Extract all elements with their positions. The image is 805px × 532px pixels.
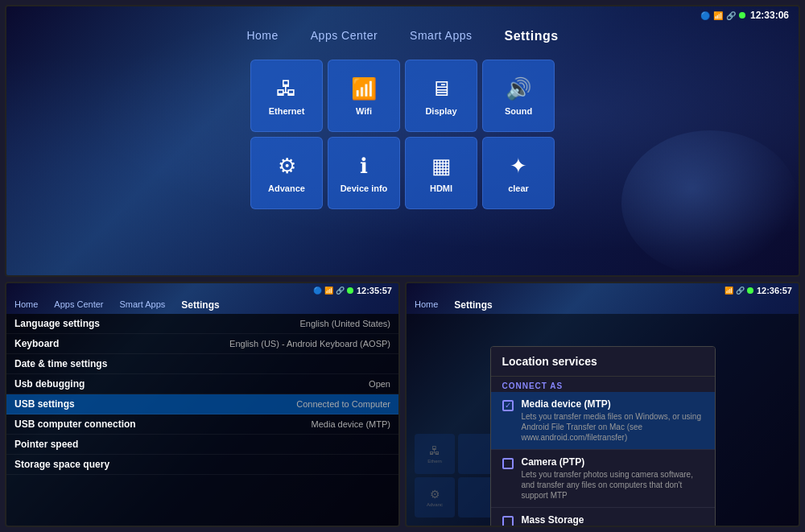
settings-grid: 🖧 Ethernet 📶 Wifi 🖥 Display 🔊 Sound ⚙ Ad… (250, 60, 555, 209)
settings-list: Language settings English (United States… (6, 314, 398, 526)
nav-home[interactable]: Home (246, 29, 278, 43)
tile-advance[interactable]: ⚙ Advance (250, 137, 323, 209)
background-planet (621, 130, 799, 275)
usb-settings-value: Connected to Computer (296, 399, 390, 409)
tile-sound[interactable]: 🔊 Sound (482, 60, 555, 132)
tile-clear-label: clear (508, 184, 529, 193)
list-item-keyboard[interactable]: Keyboard English (US) - Android Keyboard… (6, 334, 398, 354)
list-item-usb-connection[interactable]: USB computer connection Media device (MT… (6, 414, 398, 435)
dialog-section-label: CONNECT AS (491, 377, 715, 392)
bottom-right-time: 12:36:57 (757, 286, 792, 295)
dialog-option-mass-storage[interactable]: Mass Storage Use Mass Storage to share f… (491, 508, 715, 526)
tile-device-info-label: Device info (341, 184, 388, 193)
option-radio-mass-storage (502, 516, 514, 526)
usb-connection-value: Media device (MTP) (312, 419, 390, 429)
list-item-pointer[interactable]: Pointer speed (6, 435, 398, 455)
bl-bluetooth-icon: 🔵 (313, 287, 322, 295)
bl-nav-smart-apps[interactable]: Smart Apps (120, 299, 166, 311)
tile-hdmi[interactable]: ▦ HDMI (405, 137, 477, 209)
usb-debug-label: Usb debugging (14, 378, 85, 390)
list-item-storage[interactable]: Storage space query (6, 455, 398, 475)
status-icons: 🔵 📶 🔗 (700, 11, 745, 20)
usb-settings-label: USB settings (14, 398, 75, 410)
bl-battery-indicator (347, 287, 353, 294)
br-status-icons: 📶 🔗 (724, 287, 753, 295)
bottom-left-panel: 🔵 📶 🔗 12:35:57 Home Apps Center Smart Ap… (5, 282, 400, 527)
tile-display-label: Display (425, 106, 456, 116)
br-nav-home[interactable]: Home (415, 299, 438, 311)
pointer-label: Pointer speed (14, 439, 78, 450)
bottom-left-nav: Home Apps Center Smart Apps Settings (6, 298, 398, 314)
top-time: 12:33:06 (750, 10, 789, 21)
list-item-datetime[interactable]: Date & time settings (6, 354, 398, 374)
bl-status-icons: 🔵 📶 🔗 (313, 287, 353, 295)
display-icon: 🖥 (431, 76, 452, 101)
option-desc-ptp: Lets you transfer photos using camera so… (522, 469, 704, 501)
option-name-ptp: Camera (PTP) (522, 456, 704, 468)
list-item-usb-settings[interactable]: USB settings Connected to Computer (6, 394, 398, 414)
option-desc-mtp: Lets you transfer media files on Windows… (522, 411, 704, 443)
sound-icon: 🔊 (506, 76, 531, 101)
bl-nav-home[interactable]: Home (14, 299, 38, 311)
option-radio-mtp (502, 400, 514, 411)
option-name-mtp: Media device (MTP) (522, 398, 704, 410)
option-radio-ptp (502, 458, 514, 469)
bl-nav-apps-center[interactable]: Apps Center (54, 299, 103, 311)
nav-smart-apps[interactable]: Smart Apps (410, 29, 472, 43)
bottom-left-time: 12:35:57 (357, 286, 392, 295)
bottom-left-status: 🔵 📶 🔗 12:35:57 (6, 283, 398, 298)
bottom-right-nav: Home Settings (407, 298, 799, 314)
clear-icon: ✦ (510, 154, 527, 179)
top-panel: 🔵 📶 🔗 12:33:06 Home Apps Center Smart Ap… (5, 5, 800, 277)
language-value: English (United States) (300, 319, 391, 328)
tile-display[interactable]: 🖥 Display (405, 60, 477, 132)
wifi-icon: 📶 (713, 11, 723, 20)
dialog-option-ptp[interactable]: Camera (PTP) Lets you transfer photos us… (491, 450, 715, 508)
tile-device-info[interactable]: ℹ Device info (328, 137, 400, 209)
usb-debug-value: Open (369, 379, 390, 389)
battery-indicator (739, 12, 745, 19)
bluetooth-icon: 🔵 (700, 11, 710, 20)
bottom-right-panel: 📶 🔗 12:36:57 Home Settings 🖧 Ethern 🔊 (405, 282, 800, 527)
br-nav-settings[interactable]: Settings (454, 299, 492, 311)
tile-hdmi-label: HDMI (430, 184, 452, 193)
list-item-language[interactable]: Language settings English (United States… (6, 314, 398, 334)
network-icon: 🔗 (726, 11, 736, 20)
datetime-label: Date & time settings (14, 358, 107, 369)
tile-sound-label: Sound (505, 106, 532, 116)
ethernet-icon: 🖧 (276, 76, 297, 101)
location-services-dialog: Location services CONNECT AS Media devic… (490, 346, 716, 526)
tile-ethernet-label: Ethernet (269, 106, 305, 116)
keyboard-label: Keyboard (14, 338, 59, 349)
nav-apps-center[interactable]: Apps Center (311, 29, 378, 43)
top-status-bar: 🔵 📶 🔗 12:33:06 (6, 6, 799, 24)
tile-advance-label: Advance (268, 184, 305, 193)
list-item-usb-debug[interactable]: Usb debugging Open (6, 374, 398, 394)
bl-network-icon: 🔗 (336, 287, 345, 295)
br-battery-indicator (747, 287, 753, 294)
top-nav-bar: Home Apps Center Smart Apps Settings (246, 24, 558, 52)
option-text-mtp: Media device (MTP) Lets you transfer med… (522, 398, 704, 443)
bl-nav-settings[interactable]: Settings (181, 299, 219, 311)
option-text-ptp: Camera (PTP) Lets you transfer photos us… (522, 456, 704, 501)
dialog-option-mtp[interactable]: Media device (MTP) Lets you transfer med… (491, 392, 715, 450)
keyboard-value: English (US) - Android Keyboard (AOSP) (229, 339, 390, 348)
bl-wifi-icon: 📶 (324, 287, 333, 295)
option-text-mass-storage: Mass Storage Use Mass Storage to share f… (522, 514, 704, 526)
dialog-title: Location services (491, 347, 715, 377)
tile-clear[interactable]: ✦ clear (482, 137, 555, 209)
tile-wifi-label: Wifi (356, 106, 372, 116)
br-wifi-icon: 📶 (724, 287, 733, 295)
advance-icon: ⚙ (278, 154, 296, 179)
info-icon: ℹ (360, 154, 368, 179)
wifi-icon: 📶 (351, 76, 377, 101)
usb-connection-label: USB computer connection (14, 419, 136, 430)
dialog-overlay: Location services CONNECT AS Media devic… (407, 314, 799, 526)
bottom-row: 🔵 📶 🔗 12:35:57 Home Apps Center Smart Ap… (5, 282, 800, 527)
tile-ethernet[interactable]: 🖧 Ethernet (250, 60, 323, 132)
storage-label: Storage space query (14, 459, 109, 470)
hdmi-icon: ▦ (431, 154, 452, 179)
right-bg-content: 🖧 Ethern 🔊 Sound ⚙ Advanc ✦ clear (407, 314, 799, 526)
nav-settings[interactable]: Settings (504, 29, 558, 43)
tile-wifi[interactable]: 📶 Wifi (328, 60, 400, 132)
